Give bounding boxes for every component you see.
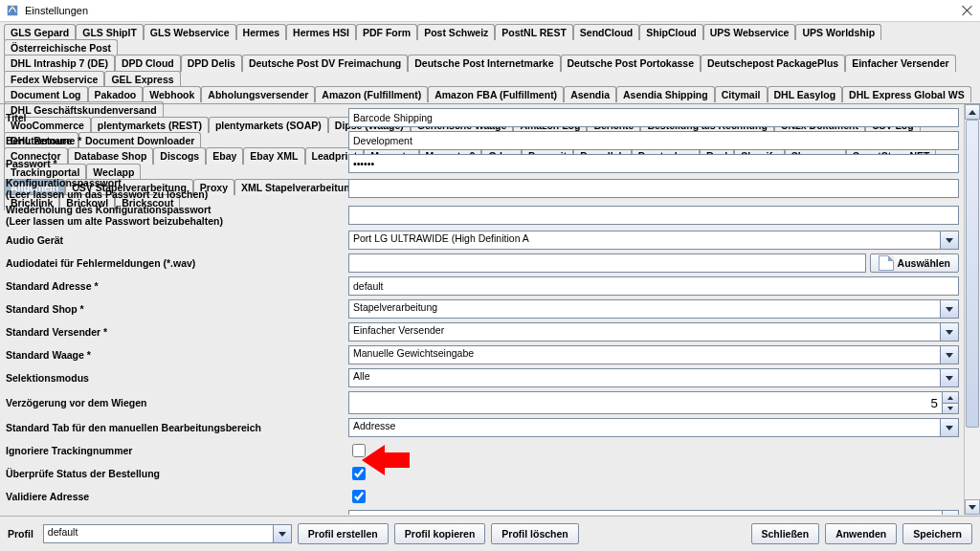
tab-gel-express[interactable]: GEL Express xyxy=(104,71,180,87)
passwort-input[interactable] xyxy=(348,154,959,173)
titel-input[interactable] xyxy=(348,108,959,127)
vertical-scrollbar[interactable] xyxy=(964,104,980,515)
scrollbar-thumb[interactable] xyxy=(966,120,979,428)
tab-dhl-express-global-ws[interactable]: DHL Express Global WS xyxy=(842,86,971,102)
tab-postnl-rest[interactable]: PostNL REST xyxy=(495,24,572,40)
label-audio: Audio Gerät xyxy=(6,234,348,246)
label-konf-pw: Konfigurationspasswort(Leer lassen um da… xyxy=(6,177,348,200)
app-icon xyxy=(6,4,19,17)
tab-deutsche-post-portokasse[interactable]: Deutsche Post Portokasse xyxy=(561,55,701,71)
profil-select[interactable]: default xyxy=(43,524,292,543)
konf-pw-input[interactable] xyxy=(348,179,959,198)
tab-pdf-form[interactable]: PDF Form xyxy=(356,24,417,40)
audio-err-file-input[interactable] xyxy=(348,253,866,273)
label-pruefe-status: Überprüfe Status der Bestellung xyxy=(6,468,348,479)
label-verzoegerung: Verzögerung vor dem Wiegen xyxy=(6,397,348,408)
tab-asendia-shipping[interactable]: Asendia Shipping xyxy=(616,86,715,102)
profil-erstellen-button[interactable]: Profil erstellen xyxy=(298,523,389,544)
scroll-down-icon[interactable] xyxy=(965,499,980,515)
ignoriere-tracking-checkbox[interactable] xyxy=(352,444,366,457)
tab-abholungsversender[interactable]: Abholungsversender xyxy=(201,86,315,102)
label-titel: Titel xyxy=(6,112,348,123)
tab-pakadoo[interactable]: Pakadoo xyxy=(88,86,144,102)
tab--sterreichische-post[interactable]: Österreichische Post xyxy=(4,39,118,55)
label-std-shop: Standard Shop * xyxy=(6,303,348,315)
std-versender-select[interactable]: Einfacher Versender xyxy=(348,322,959,342)
label-selektionsmodus: Selektionsmodus xyxy=(6,372,348,384)
label-konf-pw2: Wiederholung des Konfigurationspasswort(… xyxy=(6,204,348,227)
tab-dpd-cloud[interactable]: DPD Cloud xyxy=(115,55,181,71)
chevron-down-icon[interactable] xyxy=(940,300,958,318)
chevron-down-icon[interactable] xyxy=(940,369,958,386)
tab-asendia[interactable]: Asendia xyxy=(564,86,616,102)
spin-up-icon[interactable] xyxy=(942,510,959,515)
label-passwort: Passwort * xyxy=(6,158,348,169)
tab-deutsche-post-dv-freimachung[interactable]: Deutsche Post DV Freimachung xyxy=(242,55,408,71)
tab-deutschepost-packageplus[interactable]: Deutschepost PackagePlus xyxy=(701,55,845,71)
label-std-versender: Standard Versender * xyxy=(6,326,348,338)
label-validiere-adresse: Validiere Adresse xyxy=(6,491,348,502)
tab-hermes-hsi[interactable]: Hermes HSI xyxy=(286,24,356,40)
tab-post-schweiz[interactable]: Post Schweiz xyxy=(417,24,495,40)
tab-citymail[interactable]: Citymail xyxy=(715,86,768,102)
label-std-adresse: Standard Adresse * xyxy=(6,280,348,292)
std-waage-select[interactable]: Manuelle Gewichtseingabe xyxy=(348,345,959,364)
std-tab-select[interactable]: Addresse xyxy=(348,418,959,437)
konf-pw2-input[interactable] xyxy=(348,206,959,225)
speichern-button[interactable]: Speichern xyxy=(902,523,972,544)
bottom-bar: Profil default Profil erstellen Profil k… xyxy=(0,516,980,551)
title-bar: Einstellungen xyxy=(0,0,980,22)
tab-gls-shipit[interactable]: GLS ShipIT xyxy=(76,24,144,40)
tab-shipcloud[interactable]: ShipCloud xyxy=(639,24,703,40)
label-std-tab: Standard Tab für den manuellen Bearbeitu… xyxy=(6,422,348,433)
audio-device-select[interactable]: Port LG ULTRAWIDE (High Definition A xyxy=(348,231,959,250)
tab-einfacher-versender[interactable]: Einfacher Versender xyxy=(845,55,956,71)
tab-ups-worldship[interactable]: UPS Worldship xyxy=(795,24,881,40)
std-shop-select[interactable]: Stapelverarbeitung xyxy=(348,299,959,319)
tab-webhook[interactable]: Webhook xyxy=(143,86,201,102)
tab-amazon-fba-fulfillment-[interactable]: Amazon FBA (Fulfillment) xyxy=(428,86,564,102)
profil-label: Profil xyxy=(8,528,37,540)
window-title: Einstellungen xyxy=(25,5,961,16)
tab-dpd-delis[interactable]: DPD Delis xyxy=(181,55,242,71)
verzoegerung-spinner[interactable] xyxy=(348,391,959,414)
form-area: Titel Benutzername * Passwort * Konfigur… xyxy=(0,103,980,515)
chevron-down-icon[interactable] xyxy=(273,525,291,542)
spin-up-icon[interactable] xyxy=(942,391,959,403)
spin-down-icon[interactable] xyxy=(942,403,959,415)
svg-point-1 xyxy=(11,6,13,8)
tab-document-log[interactable]: Document Log xyxy=(4,86,88,102)
tab-deutsche-post-internetmarke[interactable]: Deutsche Post Internetmarke xyxy=(408,55,560,71)
tab-gls-webservice[interactable]: GLS Webservice xyxy=(144,24,236,40)
tab-ups-webservice[interactable]: UPS Webservice xyxy=(703,24,796,40)
label-benutzername: Benutzername * xyxy=(6,135,348,146)
file-icon xyxy=(879,255,894,271)
chevron-down-icon[interactable] xyxy=(940,419,958,436)
tab-fedex-webservice[interactable]: Fedex Webservice xyxy=(4,71,104,87)
profil-loeschen-button[interactable]: Profil löschen xyxy=(491,523,578,544)
anwenden-button[interactable]: Anwenden xyxy=(825,523,897,544)
label-ignoriere-tracking: Ignoriere Trackingnummer xyxy=(6,445,348,456)
shop-ben-spinner[interactable] xyxy=(348,510,959,515)
auswaehlen-button[interactable]: Auswählen xyxy=(870,253,959,273)
tab-dhl-easylog[interactable]: DHL Easylog xyxy=(768,86,843,102)
tab-amazon-fulfillment-[interactable]: Amazon (Fulfillment) xyxy=(315,86,428,102)
label-std-waage: Standard Waage * xyxy=(6,349,348,361)
scroll-up-icon[interactable] xyxy=(965,104,980,120)
selektionsmodus-select[interactable]: Alle xyxy=(348,368,959,387)
tab-hermes[interactable]: Hermes xyxy=(236,24,287,40)
pruefe-status-checkbox[interactable] xyxy=(352,467,366,480)
chevron-down-icon[interactable] xyxy=(940,346,958,364)
benutzername-input[interactable] xyxy=(348,131,959,150)
close-icon[interactable] xyxy=(961,4,974,17)
tab-dhl-intraship-7-de-[interactable]: DHL Intraship 7 (DE) xyxy=(4,55,115,71)
chevron-down-icon[interactable] xyxy=(940,323,958,341)
std-adresse-input[interactable] xyxy=(348,276,959,296)
validiere-adresse-checkbox[interactable] xyxy=(352,490,366,503)
schliessen-button[interactable]: Schließen xyxy=(751,523,820,544)
tab-sendcloud[interactable]: SendCloud xyxy=(573,24,639,40)
label-audio-err: Audiodatei für Fehlermeldungen (*.wav) xyxy=(6,257,348,269)
chevron-down-icon[interactable] xyxy=(940,231,958,249)
tab-gls-gepard[interactable]: GLS Gepard xyxy=(4,24,76,40)
profil-kopieren-button[interactable]: Profil kopieren xyxy=(394,523,486,544)
